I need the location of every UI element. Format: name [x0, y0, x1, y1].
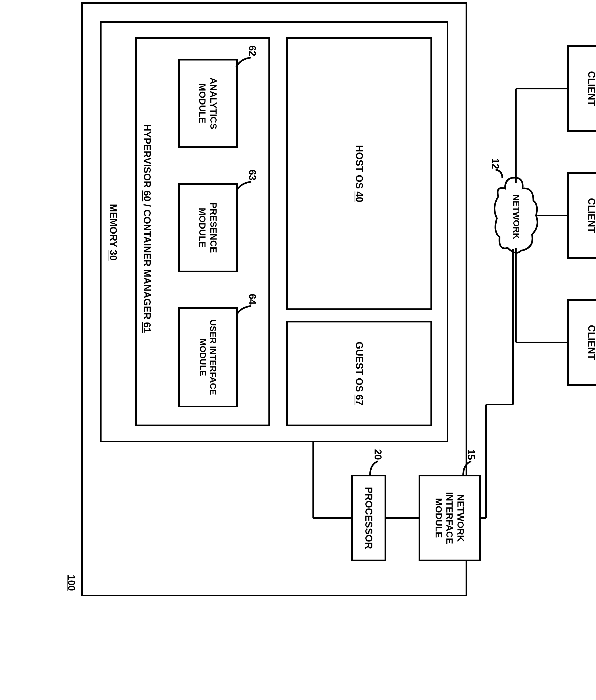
nim-label: NETWORK INTERFACE MODULE	[433, 492, 466, 544]
ui-module-label: USER INTERFACE MODULE	[198, 320, 219, 395]
guest-os-box: GUEST OS 67	[286, 321, 432, 426]
host-os-label: HOST OS 40	[353, 145, 365, 202]
network-label: NETWORK	[511, 194, 521, 240]
memory-label: MEMORY 30	[107, 203, 119, 261]
network-ref: 12	[490, 158, 501, 169]
presence-ref: 63	[247, 170, 258, 180]
presence-label: PRESENCE MODULE	[197, 202, 219, 253]
system-ref: 100	[66, 575, 77, 591]
analytics-label: ANALYTICS MODULE	[197, 77, 219, 129]
analytics-box: ANALYTICS MODULE	[178, 59, 238, 148]
presence-box: PRESENCE MODULE	[178, 183, 238, 272]
client-label-3: CLIENT	[586, 325, 596, 360]
client-box-3: CLIENT	[567, 299, 596, 386]
hypervisor-label: HYPERVISOR 60 / CONTAINER MANAGER 61	[141, 124, 153, 333]
client-label-1: CLIENT	[586, 71, 596, 106]
client-box-2: CLIENT	[567, 172, 596, 259]
nim-ref: 15	[465, 449, 477, 460]
nim-box: NETWORK INTERFACE MODULE	[419, 475, 481, 561]
ui-module-box: USER INTERFACE MODULE	[178, 307, 238, 407]
guest-os-label: GUEST OS 67	[353, 342, 365, 405]
processor-label: PROCESSOR	[363, 487, 374, 549]
client-box-1: CLIENT	[567, 45, 596, 132]
client-label-2: CLIENT	[586, 198, 596, 233]
analytics-ref: 62	[247, 45, 258, 56]
processor-box: PROCESSOR	[351, 475, 386, 561]
ui-module-ref: 64	[247, 294, 258, 305]
host-os-box: HOST OS 40	[286, 37, 432, 310]
processor-ref: 20	[372, 449, 383, 460]
